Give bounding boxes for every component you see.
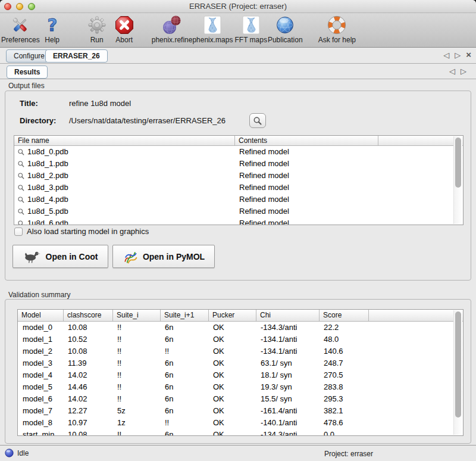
table-cell: OK [208,405,256,417]
file-row[interactable]: 1u8d_5.pdbRefined model [14,205,463,217]
magnifier-icon [17,148,25,156]
tab-scroll-right-icon[interactable]: ▷ [455,51,461,60]
table-cell: !! [112,334,160,345]
tab-scroll-left-icon[interactable]: ◁ [443,51,449,60]
table-cell: model_6 [18,393,63,405]
table-cell: 6n [160,381,208,393]
scrollbar-thumb[interactable] [455,138,461,188]
toolbar-button-phenix-maps[interactable]: phenix.maps [192,13,233,44]
column-header-pucker[interactable]: Pucker [208,310,256,321]
table-row[interactable]: model_110.52!!6nOK-134.1/anti48.0 [18,334,463,345]
magnifier-icon [17,184,25,192]
load-starting-model-checkbox[interactable] [14,228,23,236]
column-header-suite-i1[interactable]: Suite_i+1 [160,310,208,321]
browse-directory-button[interactable] [249,113,266,128]
file-row[interactable]: 1u8d_1.pdbRefined model [14,158,463,170]
table-cell: 18.1/ syn [256,369,319,381]
toolbar-button-publication[interactable]: Publication [268,13,303,44]
column-header-empty[interactable] [368,310,463,321]
tab-results[interactable]: Results [7,66,48,79]
table-cell: model_7 [18,405,63,417]
toolbar-button-phenix-refine[interactable]: phenix.refine [152,13,193,44]
column-header-model[interactable]: Model [18,310,63,321]
table-row[interactable]: model_210.08!!!!OK-134.1/anti140.6 [18,345,463,357]
title-value: refine 1u8d model [69,99,131,108]
toolbar-button-ask-for-help[interactable]: Ask for help [318,13,356,44]
table-cell: !! [112,322,160,334]
coot-bird-icon [23,250,41,264]
column-header-contents[interactable]: Contents [234,136,378,145]
table-cell: model_0 [18,322,63,334]
table-cell: !! [160,417,208,429]
table-row[interactable]: model_414.02!!6nOK18.1/ syn270.5 [18,369,463,381]
tab-scroll-right-icon[interactable]: ▷ [461,67,466,76]
toolbar-label: Preferences [1,36,40,44]
file-name: 1u8d_6.pdb [27,217,68,225]
toolbar: Preferences ? Help [0,13,476,48]
table-cell: 48.0 [319,334,368,345]
table-row[interactable]: model_311.39!!6nOK63.1/ syn248.7 [18,357,463,369]
title-bar: ERRASER (Project: erraser) [0,0,476,13]
validation-summary-groupbox: Model clashscore Suite_i Suite_i+1 Pucke… [5,299,471,444]
results-panel: Output files Title: refine 1u8d model Di… [0,79,476,445]
magnifier-icon [17,172,25,180]
scrollbar-thumb[interactable] [455,312,461,418]
toolbar-label: Run [90,36,104,44]
file-table-scrollbar[interactable] [453,136,462,224]
table-cell: !! [112,345,160,357]
table-cell: 6n [160,322,208,334]
column-header-clashscore[interactable]: clashscore [63,310,112,321]
table-cell: 10.08 [63,429,112,436]
column-header-score[interactable]: Score [319,310,368,321]
toolbar-button-abort[interactable]: Abort [115,13,134,44]
toolbar-button-run[interactable]: Run [87,13,107,44]
tab-erraser-26[interactable]: ERRASER_26 [45,49,108,63]
main-tab-bar: Configure ERRASER_26 ◁ ▷ × [0,48,476,64]
table-cell: 22.2 [319,322,368,334]
table-cell: model_1 [18,334,63,345]
toolbar-button-preferences[interactable]: Preferences [1,13,40,44]
density-map-icon [242,15,260,35]
table-row[interactable]: model_810.971z!!OK-140.1/anti478.6 [18,417,463,429]
file-row[interactable]: 1u8d_0.pdbRefined model [14,146,463,158]
table-cell: 6n [160,334,208,345]
column-header-suite-i[interactable]: Suite_i [112,310,160,321]
toolbar-button-help[interactable]: ? Help [43,13,61,44]
toolbar-label: FFT maps [234,36,267,44]
table-cell: -134.3/anti [256,429,319,436]
table-row[interactable]: model_514.46!!6nOK19.3/ syn283.8 [18,381,463,393]
table-row[interactable]: start_min10.08!!6nOK-134.3/anti0.0 [18,429,463,436]
validation-table-header: Model clashscore Suite_i Suite_i+1 Pucke… [18,310,463,322]
file-row[interactable]: 1u8d_6.pdbRefined model [14,217,463,225]
open-in-coot-button[interactable]: Open in Coot [12,245,108,268]
abort-octagon-icon [115,15,134,35]
file-contents: Refined model [234,158,378,170]
validation-table: Model clashscore Suite_i Suite_i+1 Pucke… [17,309,464,436]
file-row[interactable]: 1u8d_4.pdbRefined model [14,194,463,205]
column-header-file-name[interactable]: File name [14,136,234,145]
help-question-icon: ? [43,15,61,35]
sub-tab-bar: Results ◁ ▷ [0,64,476,79]
file-table-header: File name Contents [14,136,463,146]
open-in-pymol-button[interactable]: Open in PyMOL [112,245,215,268]
density-map-icon [203,15,221,35]
table-cell: OK [208,429,256,436]
table-cell: 295.3 [319,393,368,405]
tab-close-icon[interactable]: × [466,51,471,60]
file-row[interactable]: 1u8d_2.pdbRefined model [14,170,463,182]
tab-scroll-left-icon[interactable]: ◁ [449,67,455,76]
table-row[interactable]: model_712.275z6nOK-161.4/anti382.1 [18,405,463,417]
gear-icon [87,15,107,35]
magnifier-icon [17,208,25,216]
table-cell: model_8 [18,417,63,429]
column-header-empty[interactable] [378,136,463,145]
table-row[interactable]: model_614.02!!6nOK15.5/ syn295.3 [18,393,463,405]
validation-table-scrollbar[interactable] [453,310,462,435]
table-cell: 6n [160,393,208,405]
table-cell: OK [208,369,256,381]
refine-spheres-icon [162,15,182,35]
table-row[interactable]: model_010.08!!6nOK-134.3/anti22.2 [18,322,463,334]
toolbar-button-fft-maps[interactable]: FFT maps [234,13,267,44]
column-header-chi[interactable]: Chi [256,310,319,321]
file-row[interactable]: 1u8d_3.pdbRefined model [14,182,463,194]
